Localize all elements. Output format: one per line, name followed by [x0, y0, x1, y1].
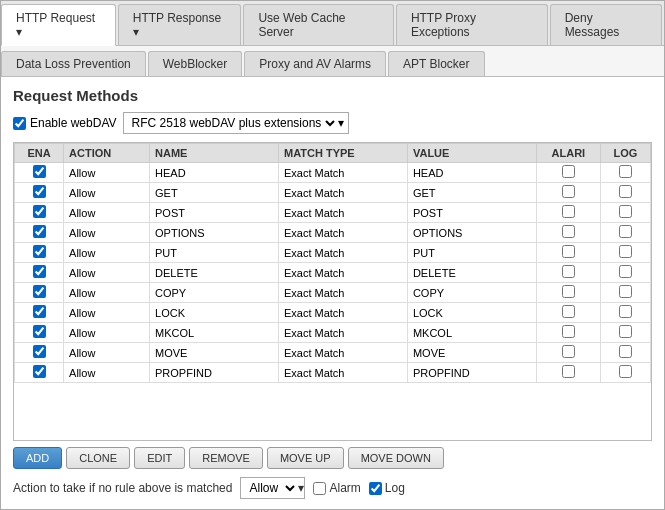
enabled-checkbox-4[interactable] [33, 245, 46, 258]
enabled-checkbox-2[interactable] [33, 205, 46, 218]
log-checkbox-6[interactable] [619, 285, 632, 298]
alarm-checkbox-9[interactable] [562, 345, 575, 358]
tab-webblocker[interactable]: WebBlocker [148, 51, 242, 76]
log-checkbox-7[interactable] [619, 305, 632, 318]
row-enabled-5[interactable] [15, 263, 64, 283]
row-log-8[interactable] [600, 323, 650, 343]
rules-table-container[interactable]: ENA ACTION NAME MATCH TYPE VALUE ALARI L… [13, 142, 652, 441]
clone-button[interactable]: CLONE [66, 447, 130, 469]
col-header-match: MATCH TYPE [278, 144, 407, 163]
enabled-checkbox-10[interactable] [33, 365, 46, 378]
enabled-checkbox-7[interactable] [33, 305, 46, 318]
row-alarm-6[interactable] [536, 283, 600, 303]
remove-button[interactable]: REMOVE [189, 447, 263, 469]
row-log-4[interactable] [600, 243, 650, 263]
webdav-select[interactable]: RFC 2518 webDAV plus extensions RFC 4918… [128, 115, 338, 131]
alarm-checkbox-0[interactable] [562, 165, 575, 178]
log-checkbox-5[interactable] [619, 265, 632, 278]
main-window: HTTP Request ▾ HTTP Response ▾ Use Web C… [0, 0, 665, 510]
row-alarm-10[interactable] [536, 363, 600, 383]
webdav-checkbox-label[interactable]: Enable webDAV [13, 116, 117, 130]
col-header-alarm: ALARI [536, 144, 600, 163]
row-enabled-3[interactable] [15, 223, 64, 243]
log-checkbox-3[interactable] [619, 225, 632, 238]
row-enabled-9[interactable] [15, 343, 64, 363]
row-alarm-2[interactable] [536, 203, 600, 223]
tab-http-response[interactable]: HTTP Response ▾ [118, 4, 242, 45]
row-log-3[interactable] [600, 223, 650, 243]
row-enabled-1[interactable] [15, 183, 64, 203]
log-checkbox-label[interactable]: Log [369, 481, 405, 495]
row-alarm-5[interactable] [536, 263, 600, 283]
row-enabled-4[interactable] [15, 243, 64, 263]
row-enabled-2[interactable] [15, 203, 64, 223]
row-alarm-3[interactable] [536, 223, 600, 243]
action-select[interactable]: Allow Deny [241, 478, 298, 498]
row-value-5: DELETE [407, 263, 536, 283]
row-log-2[interactable] [600, 203, 650, 223]
log-checkbox-9[interactable] [619, 345, 632, 358]
tab-proxy-av[interactable]: Proxy and AV Alarms [244, 51, 386, 76]
row-alarm-0[interactable] [536, 163, 600, 183]
log-checkbox-2[interactable] [619, 205, 632, 218]
enabled-checkbox-6[interactable] [33, 285, 46, 298]
add-button[interactable]: ADD [13, 447, 62, 469]
row-log-1[interactable] [600, 183, 650, 203]
row-action-7: Allow [64, 303, 150, 323]
enabled-checkbox-5[interactable] [33, 265, 46, 278]
row-alarm-4[interactable] [536, 243, 600, 263]
row-log-6[interactable] [600, 283, 650, 303]
row-log-7[interactable] [600, 303, 650, 323]
tab-web-cache[interactable]: Use Web Cache Server [243, 4, 393, 45]
row-enabled-10[interactable] [15, 363, 64, 383]
move-down-button[interactable]: MOVE DOWN [348, 447, 444, 469]
log-checkbox[interactable] [369, 482, 382, 495]
action-select-container[interactable]: Allow Deny ▾ [240, 477, 305, 499]
alarm-checkbox-2[interactable] [562, 205, 575, 218]
edit-button[interactable]: EDIT [134, 447, 185, 469]
alarm-checkbox-7[interactable] [562, 305, 575, 318]
alarm-checkbox-label[interactable]: Alarm [313, 481, 360, 495]
row-alarm-9[interactable] [536, 343, 600, 363]
tab-apt-blocker[interactable]: APT Blocker [388, 51, 484, 76]
row-enabled-0[interactable] [15, 163, 64, 183]
alarm-checkbox-4[interactable] [562, 245, 575, 258]
webdav-select-container[interactable]: RFC 2518 webDAV plus extensions RFC 4918… [123, 112, 349, 134]
alarm-checkbox-10[interactable] [562, 365, 575, 378]
row-log-5[interactable] [600, 263, 650, 283]
alarm-checkbox-3[interactable] [562, 225, 575, 238]
row-action-3: Allow [64, 223, 150, 243]
row-alarm-8[interactable] [536, 323, 600, 343]
enabled-checkbox-0[interactable] [33, 165, 46, 178]
row-enabled-7[interactable] [15, 303, 64, 323]
log-checkbox-10[interactable] [619, 365, 632, 378]
alarm-checkbox-5[interactable] [562, 265, 575, 278]
alarm-checkbox[interactable] [313, 482, 326, 495]
log-checkbox-8[interactable] [619, 325, 632, 338]
enabled-checkbox-8[interactable] [33, 325, 46, 338]
enabled-checkbox-3[interactable] [33, 225, 46, 238]
alarm-label: Alarm [329, 481, 360, 495]
log-checkbox-1[interactable] [619, 185, 632, 198]
webdav-checkbox[interactable] [13, 117, 26, 130]
row-log-10[interactable] [600, 363, 650, 383]
row-alarm-1[interactable] [536, 183, 600, 203]
tab-http-request[interactable]: HTTP Request ▾ [1, 4, 116, 46]
row-alarm-7[interactable] [536, 303, 600, 323]
row-log-0[interactable] [600, 163, 650, 183]
row-log-9[interactable] [600, 343, 650, 363]
rules-table: ENA ACTION NAME MATCH TYPE VALUE ALARI L… [14, 143, 651, 383]
tab-data-loss[interactable]: Data Loss Prevention [1, 51, 146, 76]
alarm-checkbox-1[interactable] [562, 185, 575, 198]
log-checkbox-0[interactable] [619, 165, 632, 178]
row-enabled-6[interactable] [15, 283, 64, 303]
row-enabled-8[interactable] [15, 323, 64, 343]
alarm-checkbox-6[interactable] [562, 285, 575, 298]
tab-proxy-exceptions[interactable]: HTTP Proxy Exceptions [396, 4, 548, 45]
enabled-checkbox-9[interactable] [33, 345, 46, 358]
log-checkbox-4[interactable] [619, 245, 632, 258]
tab-deny-messages[interactable]: Deny Messages [550, 4, 662, 45]
enabled-checkbox-1[interactable] [33, 185, 46, 198]
alarm-checkbox-8[interactable] [562, 325, 575, 338]
move-up-button[interactable]: MOVE UP [267, 447, 344, 469]
